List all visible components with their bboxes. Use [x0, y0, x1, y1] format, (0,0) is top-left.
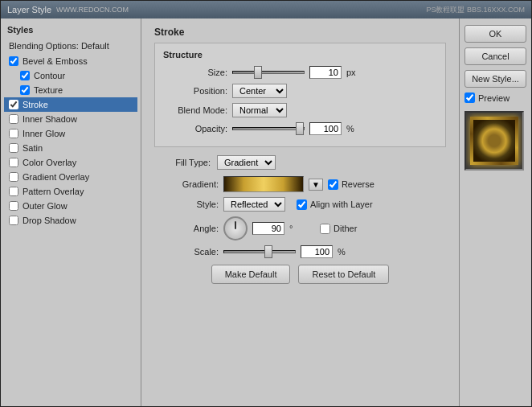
- bevel-emboss-label: Bevel & Emboss: [23, 56, 88, 66]
- color-overlay-checkbox[interactable]: [9, 158, 18, 167]
- sidebar-item-gradient-overlay[interactable]: Gradient Overlay: [4, 170, 137, 184]
- texture-checkbox[interactable]: [20, 85, 30, 95]
- bevel-emboss-checkbox[interactable]: [9, 56, 18, 66]
- scale-unit: %: [338, 247, 350, 257]
- angle-unit: °: [289, 224, 302, 233]
- reverse-label: Reverse: [328, 179, 374, 190]
- sidebar-item-bevel-emboss[interactable]: Bevel & Emboss: [4, 54, 137, 68]
- scale-input[interactable]: 100: [301, 245, 333, 258]
- style-row: Style: Linear Radial Angle Reflected Dia…: [154, 197, 446, 212]
- left-panel: Styles Blending Options: Default Bevel &…: [1, 18, 141, 406]
- opacity-slider-container: 100 %: [232, 122, 437, 135]
- scale-slider-container: 100 %: [223, 245, 446, 258]
- preview-label-row: Preview: [464, 92, 526, 103]
- outer-glow-label: Outer Glow: [23, 201, 68, 211]
- blend-mode-select[interactable]: Normal Multiply Screen Overlay: [232, 103, 287, 117]
- color-overlay-label: Color Overlay: [23, 158, 76, 167]
- angle-label: Angle:: [154, 224, 219, 233]
- position-select[interactable]: Inside Center Outside: [232, 84, 287, 98]
- angle-input[interactable]: 90: [252, 222, 284, 235]
- opacity-row: Opacity: 100 %: [163, 122, 437, 135]
- sidebar-item-pattern-overlay[interactable]: Pattern Overlay: [4, 184, 137, 199]
- new-style-button[interactable]: New Style...: [464, 70, 526, 88]
- inner-glow-checkbox[interactable]: [9, 129, 18, 138]
- sidebar-item-color-overlay[interactable]: Color Overlay: [4, 155, 137, 170]
- contour-checkbox[interactable]: [20, 71, 30, 80]
- stroke-label: Stroke: [23, 100, 48, 109]
- gradient-overlay-label: Gradient Overlay: [23, 172, 89, 182]
- pattern-overlay-checkbox[interactable]: [9, 187, 18, 196]
- opacity-label: Opacity:: [163, 124, 227, 134]
- fill-type-label: Fill Type:: [154, 158, 211, 167]
- window-title: Layer Style: [7, 5, 51, 14]
- stroke-checkbox[interactable]: [9, 100, 18, 109]
- fill-type-select[interactable]: Color Gradient Pattern: [217, 155, 276, 170]
- watermark: WWW.REDOCN.COM: [56, 6, 129, 14]
- blending-options-header: Blending Options: Default: [4, 39, 137, 52]
- dither-label: Dither: [320, 224, 357, 234]
- sidebar-item-contour[interactable]: Contour: [4, 68, 137, 83]
- scale-row: Scale: 100 %: [154, 245, 446, 258]
- sidebar-item-inner-glow[interactable]: Inner Glow: [4, 126, 137, 141]
- size-input[interactable]: 10: [309, 66, 342, 79]
- structure-group: Structure Size: 10 px Position: Inside: [154, 43, 446, 147]
- title-bar: Layer Style WWW.REDOCN.COM PS教程联盟 BBS.16…: [1, 1, 531, 18]
- main-content: Styles Blending Options: Default Bevel &…: [1, 18, 531, 406]
- satin-checkbox[interactable]: [9, 143, 18, 153]
- inner-shadow-label: Inner Shadow: [23, 114, 77, 124]
- inner-shadow-checkbox[interactable]: [9, 114, 18, 124]
- outer-glow-checkbox[interactable]: [9, 201, 18, 211]
- ok-button[interactable]: OK: [464, 25, 526, 43]
- align-checkbox[interactable]: [297, 199, 307, 210]
- gradient-row: Gradient: ▼ Reverse: [154, 176, 446, 192]
- opacity-input[interactable]: 100: [309, 122, 342, 135]
- size-slider[interactable]: [232, 71, 305, 74]
- scale-slider[interactable]: [223, 250, 296, 253]
- gradient-overlay-checkbox[interactable]: [9, 172, 18, 182]
- scale-label: Scale:: [154, 247, 219, 257]
- position-label: Position:: [163, 86, 227, 96]
- opacity-unit: %: [346, 124, 359, 134]
- gradient-bar[interactable]: [223, 176, 304, 192]
- layer-style-window: Layer Style WWW.REDOCN.COM PS教程联盟 BBS.16…: [0, 0, 532, 407]
- blend-mode-row: Blend Mode: Normal Multiply Screen Overl…: [163, 103, 437, 117]
- watermark2: PS教程联盟 BBS.16XXX.COM: [426, 5, 525, 15]
- angle-row: Angle: 90 ° Dither: [154, 216, 446, 240]
- reset-to-default-button[interactable]: Reset to Default: [298, 265, 389, 284]
- size-label: Size:: [163, 68, 227, 77]
- sidebar-item-texture[interactable]: Texture: [4, 83, 137, 97]
- preview-checkbox[interactable]: [464, 92, 475, 103]
- angle-dial[interactable]: [223, 216, 248, 240]
- style-label: Style:: [154, 199, 219, 209]
- preview-label: Preview: [478, 93, 509, 103]
- center-panel: Stroke Structure Size: 10 px Position:: [141, 18, 459, 406]
- drop-shadow-checkbox[interactable]: [9, 216, 18, 225]
- size-row: Size: 10 px: [163, 66, 437, 79]
- preview-box: [464, 111, 524, 171]
- contour-label: Contour: [34, 71, 65, 80]
- drop-shadow-label: Drop Shadow: [23, 216, 76, 225]
- pattern-overlay-label: Pattern Overlay: [23, 187, 84, 196]
- sidebar-item-stroke[interactable]: Stroke: [4, 97, 137, 112]
- reverse-checkbox[interactable]: [328, 179, 338, 190]
- blend-mode-label: Blend Mode:: [163, 105, 227, 115]
- dither-checkbox[interactable]: [320, 224, 330, 234]
- fill-type-row: Fill Type: Color Gradient Pattern: [154, 155, 446, 170]
- gradient-dropdown-icon[interactable]: ▼: [309, 179, 323, 191]
- size-unit: px: [346, 68, 359, 77]
- align-label: Align with Layer: [297, 199, 373, 210]
- opacity-slider[interactable]: [232, 127, 305, 130]
- stroke-group-title: Stroke: [154, 27, 446, 38]
- sidebar-item-outer-glow[interactable]: Outer Glow: [4, 199, 137, 213]
- size-slider-container: 10 px: [232, 66, 437, 79]
- cancel-button[interactable]: Cancel: [464, 47, 526, 65]
- sidebar-item-satin[interactable]: Satin: [4, 141, 137, 155]
- sidebar-item-drop-shadow[interactable]: Drop Shadow: [4, 213, 137, 228]
- style-select[interactable]: Linear Radial Angle Reflected Diamond: [223, 197, 285, 212]
- gradient-label: Gradient:: [154, 179, 219, 189]
- position-row: Position: Inside Center Outside: [163, 84, 437, 98]
- preview-image: [470, 117, 518, 165]
- sidebar-item-inner-shadow[interactable]: Inner Shadow: [4, 112, 137, 126]
- bottom-buttons: Make Default Reset to Default: [154, 265, 446, 284]
- make-default-button[interactable]: Make Default: [211, 265, 291, 284]
